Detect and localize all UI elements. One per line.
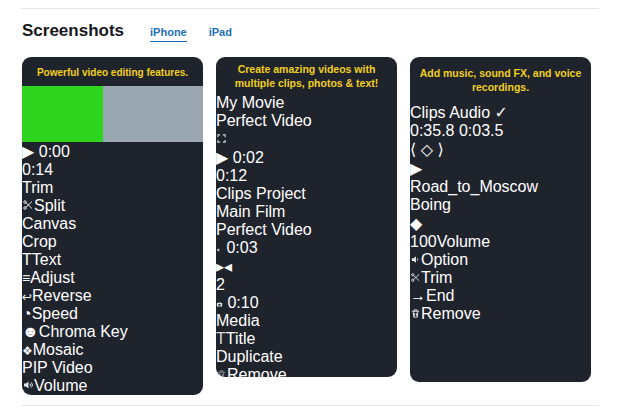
speaker-icon [22,377,34,394]
timeline-clip-1: Main Film Perfect Video 0:03 [216,203,397,257]
mosaic-icon: ❖ [22,344,33,358]
tab-audio: Audio [449,104,490,121]
current-position: 0:03.5 [459,122,503,139]
playhead-diamond-icon: ◆ [410,215,422,232]
tab-iphone[interactable]: iPhone [150,26,187,42]
screenshot-gallery: Powerful video editing features. ▶ 0:00 [22,57,591,395]
video-preview-chromakey [22,86,203,142]
elapsed-time: 0:00 [39,143,70,160]
end-button: →End [410,287,591,305]
total-time: 0:12 [216,167,247,184]
video-preview-title: My Movie Perfect Video [216,94,397,130]
beach-background [103,86,203,142]
trash-icon [216,366,227,377]
trash-icon [410,305,421,322]
clip-duration: 0:03 [226,239,257,256]
timeline-nav: ⟨ ◇ ⟩ [410,140,591,159]
audio-track-2: Boing [410,196,591,214]
keyframe-diamond-icon: ◇ [421,141,433,158]
title-icon: T [216,330,226,347]
option-button: Option [410,251,591,269]
play-icon: ▶ [410,160,422,177]
play-icon: ▶ [22,143,34,160]
speaker-icon [216,239,222,256]
media-button: Media [216,312,397,330]
tool-volume: Volume [22,377,203,395]
speed-icon: ◔ [22,305,32,322]
clips-timeline: Main Film Perfect Video 0:03 ▸◂ 2 0:10 [216,203,397,312]
play-icon: ▶ [216,149,228,166]
top-divider [21,8,599,9]
tool-chroma-key: ☻Chroma Key [22,323,203,341]
check-icon: ✓ [495,104,508,121]
tool-crop: Crop [22,233,203,251]
scissors-icon [410,269,421,286]
scissors-icon [22,197,34,214]
tool-pip-video: PIP Video [22,359,203,377]
playback-bar: ▶ 0:02 0:12 [216,148,397,185]
tab-clips: Clips [410,104,446,121]
player-area: ▶ 0:02 0:12 [216,130,397,185]
fullscreen-icon [216,130,227,147]
tool-speed: ◔Speed [22,305,203,323]
device-tabs: iPhone iPad [150,26,232,42]
speaker-icon [410,251,421,268]
title-button: TTitle [216,330,397,348]
screenshot-2[interactable]: Create amazing videos with multiple clip… [216,57,397,377]
screenshot-1[interactable]: Powerful video editing features. ▶ 0:00 [22,57,203,395]
chevron-right-icon: ⟩ [437,141,443,158]
transition-icon: ▸◂ [216,257,397,276]
audio-toolbar: 100Volume Option Trim →End Remove [410,233,591,323]
page-title: Screenshots [22,21,124,41]
clip-overlay-text: Perfect Video [216,221,397,239]
adjust-icon: ≡ [22,270,30,286]
tab-clips: Clips [216,185,252,202]
clips-audio-tabs: Clips Audio ✓ [410,103,591,122]
duplicate-button: Duplicate [216,348,397,366]
remove-button: Remove [410,305,591,323]
audio-track-name: Boing [410,196,451,213]
tool-grid: Trim Split Canvas Crop TText ≡Adjust ↩Re… [22,179,203,395]
tool-trim: Trim [22,179,203,197]
chroma-key-icon: ☻ [22,323,39,340]
caption: Create amazing videos with multiple clip… [216,57,397,94]
tool-mosaic: ❖Mosaic [22,341,203,359]
tool-split: Split [22,197,203,215]
transition-control: ▸◂ 2 [216,257,397,294]
tool-text: TText [22,251,203,269]
greenscreen-area [22,86,103,142]
clip-label: Main Film [216,203,397,221]
audio-timeline: 0:35.8 0:03.5 ⟨ ◇ ⟩ ▶ Road_to_Moscow Boi… [410,122,591,233]
remove-button: Remove [216,366,397,377]
camera-icon [216,294,223,311]
volume-control: 100Volume [410,233,591,251]
timeline-clip-2: 0:10 [216,294,397,312]
clips-toolbar: Media TTitle Duplicate Remove ⌒Rearrange [216,312,397,377]
end-icon: → [410,287,426,304]
transition-count: 2 [216,276,225,293]
chevron-left-icon: ⟨ [410,141,416,158]
tab-ipad[interactable]: iPad [209,26,232,42]
audio-track-name: Road_to_Moscow [410,178,538,195]
movie-title: My Movie [216,94,397,112]
section-header: Screenshots iPhone iPad [22,21,232,42]
volume-value: 100 [410,233,437,250]
total-time: 0:14 [22,161,53,178]
clip-duration: 0:10 [227,294,258,311]
elapsed-time: 0:02 [233,149,264,166]
playback-bar: ▶ 0:00 0:14 [22,142,203,179]
reverse-icon: ↩ [22,290,32,304]
trim-button: Trim [410,269,591,287]
audio-track-1: Road_to_Moscow [410,178,591,196]
tool-reverse: ↩Reverse [22,287,203,305]
caption: Add music, sound FX, and voice recording… [410,57,591,103]
tool-adjust: ≡Adjust [22,269,203,287]
movie-overlay-text: Perfect Video [216,112,397,130]
total-duration: 0:35.8 [410,122,454,139]
bottom-divider [21,405,599,406]
text-icon: T [22,251,32,268]
tab-project: Project [256,185,306,202]
caption: Powerful video editing features. [22,57,203,86]
editor-panel: ▶ 0:00 0:14 Trim Split Canvas Crop TText… [22,142,203,395]
screenshot-3[interactable]: Add music, sound FX, and voice recording… [410,57,591,382]
